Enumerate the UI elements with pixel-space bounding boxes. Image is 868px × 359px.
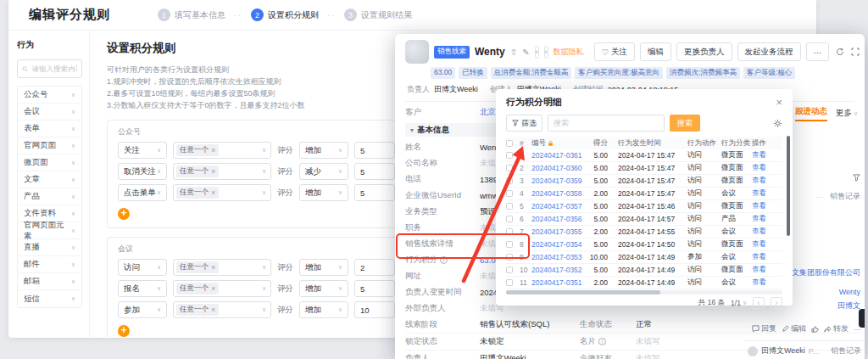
operation-select[interactable]: 增加∨ [299,280,348,297]
modal-search-button[interactable]: 搜索 [670,115,700,132]
sidebar-category-item[interactable]: 短信 ∨ [18,290,81,307]
feed-contact-link[interactable]: Wenty [839,288,860,296]
prev-page-button[interactable]: ‹ [753,297,765,309]
record-number-link[interactable]: 20240417-0351 [531,278,582,287]
sidebar-category-item[interactable]: 官网页面 ∨ [18,137,81,154]
edit-button[interactable]: 编辑 [640,42,671,61]
edit-icon[interactable]: ✎ [522,48,529,57]
step-basic-info[interactable]: 1 填写基本信息 [158,8,225,21]
view-link[interactable]: 查看 [752,150,772,160]
operation-select[interactable]: 增加∨ [299,142,348,159]
view-link[interactable]: 查看 [752,176,772,186]
tab-more[interactable]: 更多∨ [836,108,858,121]
target-multiselect[interactable]: 任意一个× ∨ [173,184,271,201]
score-input[interactable] [354,259,395,276]
remove-tag-icon[interactable]: × [211,306,215,314]
lead-tag[interactable]: 63.00 [431,67,455,79]
like-button[interactable] [811,325,819,333]
share-icon[interactable]: ⇧ [510,48,517,57]
more-actions-button[interactable]: ··· [806,42,830,61]
row-checkbox[interactable] [506,203,513,210]
edit-record-button[interactable]: 编辑 [782,323,806,334]
row-checkbox[interactable] [506,279,513,286]
record-number-link[interactable]: 20240417-0359 [531,177,582,185]
view-link[interactable]: 查看 [752,239,772,250]
change-owner-button[interactable]: 更换负责人 [676,42,732,61]
sidebar-category-item[interactable]: 公众号 ∨ [18,87,81,104]
view-link[interactable]: 查看 [752,214,772,224]
record-number-link[interactable]: 20240417-0356 [531,215,582,223]
sidebar-category-item[interactable]: 官网页面元素 ∨ [18,222,81,239]
lead-tag[interactable]: 消费频次:消费频率高 [666,67,740,79]
next-page-button[interactable]: › [771,297,782,309]
row-checkbox[interactable] [506,190,513,197]
info-icon[interactable]: i [440,256,448,264]
data-privacy-link[interactable]: 数据隐私 [554,47,584,58]
refresh-icon[interactable] [836,48,844,56]
target-multiselect[interactable]: 任意一个× ∨ [173,280,271,297]
view-link[interactable]: 查看 [752,188,772,199]
sidebar-search[interactable] [17,59,82,78]
sidebar-category-item[interactable]: 会议 ∨ [18,104,81,121]
filter-button[interactable]: 筛选 [506,115,542,132]
next-record-button[interactable]: › [544,46,548,59]
score-input[interactable] [354,142,395,159]
sidebar-category-item[interactable]: 邮箱 ∨ [18,273,81,290]
forward-button[interactable]: 转发 [824,323,849,334]
target-multiselect[interactable]: 任意一个× ∨ [173,301,271,318]
target-multiselect[interactable]: 任意一个× ∨ [173,142,271,159]
lead-tag[interactable]: 已转换 [459,67,487,79]
sidebar-category-item[interactable]: 直播 ∨ [18,239,81,256]
remove-tag-icon[interactable]: × [211,263,215,272]
row-checkbox[interactable] [506,254,513,261]
row-checkbox[interactable] [506,177,513,184]
view-link[interactable]: 查看 [752,252,772,262]
operation-select[interactable]: 减少∨ [299,163,348,180]
row-checkbox[interactable] [506,266,513,273]
score-input[interactable] [354,184,395,201]
score-input[interactable] [354,163,395,180]
target-multiselect[interactable]: 任意一个× ∨ [173,163,271,180]
view-link[interactable]: 查看 [752,163,772,173]
operation-select[interactable]: 增加∨ [299,301,348,318]
fullscreen-icon[interactable] [851,48,860,56]
select-all-checkbox[interactable] [506,140,513,147]
lead-tag[interactable]: 客户购买意向度:极高意向 [575,67,663,79]
add-rule-button[interactable]: + [118,325,130,337]
feed-filter-icon[interactable] [853,174,860,182]
remove-tag-icon[interactable]: × [211,146,215,154]
sidebar-category-item[interactable]: 产品 ∨ [18,188,81,205]
feed-user-link[interactable]: 田博文 [837,300,860,311]
sidebar-category-item[interactable]: 文章 ∨ [18,171,81,188]
action-select[interactable]: 参加∨ [118,301,167,318]
action-select[interactable]: 访问∨ [118,259,167,276]
feed-entry[interactable]: …销售记录 [815,191,860,202]
remove-tag-icon[interactable]: × [211,284,215,293]
follow-button[interactable]: ♡关注 [594,42,636,61]
row-checkbox[interactable] [506,228,513,235]
feed-footer-user[interactable]: 田博文Weeki [761,345,805,356]
record-number-link[interactable]: 20240417-0361 [531,151,582,160]
start-workflow-button[interactable]: 发起业务流程 [737,42,801,61]
view-link[interactable]: 查看 [752,278,772,288]
gear-icon[interactable] [773,119,782,128]
record-number-link[interactable]: 20240417-0353 [531,253,582,261]
record-number-link[interactable]: 20240417-0360 [531,164,582,172]
side-drawer-handle[interactable] [859,309,865,328]
modal-search-input[interactable] [548,115,665,132]
tab-activity[interactable]: 跟进动态 [795,106,827,121]
action-select[interactable]: 点击菜单∨ [118,184,167,201]
action-select[interactable]: 报名∨ [118,280,167,297]
action-select[interactable]: 取消关注∨ [118,163,167,180]
vertical-scrollbar[interactable] [787,136,790,236]
info-icon[interactable]: i [598,338,606,345]
lead-tag[interactable]: 总消费金额:消费金额高 [491,67,571,79]
record-number-link[interactable]: 20240417-0358 [531,189,582,198]
record-number-link[interactable]: 20240417-0355 [531,227,582,236]
remove-tag-icon[interactable]: × [211,188,215,197]
reply-button[interactable]: 回复 [752,323,776,334]
prev-record-button[interactable]: ‹ [535,46,539,59]
score-input[interactable] [354,280,395,297]
row-checkbox[interactable] [506,152,513,159]
sidebar-search-input[interactable] [31,65,77,73]
